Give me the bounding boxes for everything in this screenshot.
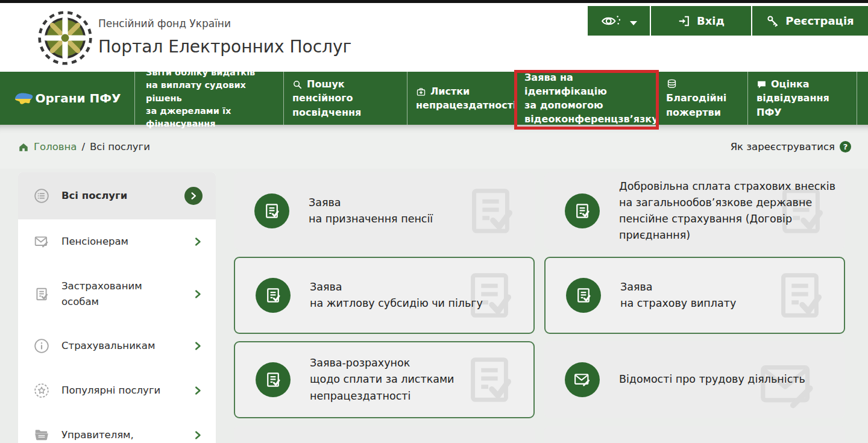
list-circle-icon — [34, 188, 49, 204]
nav-label: Оцінка відвідування ПФУ — [756, 78, 829, 118]
search-icon — [292, 80, 303, 90]
sidebar-item-vsi-poslugy[interactable]: Всі послуги — [18, 172, 216, 219]
question-circle-icon: ? — [840, 141, 851, 152]
sidebar-item-upravytelyam[interactable]: Управителям, об’єднанням, виконавцям ком… — [18, 413, 216, 443]
document-check-icon — [256, 362, 291, 397]
card-title: Заява на призначення пенсії — [309, 195, 433, 227]
chevron-right-icon — [193, 289, 203, 299]
chevron-right-circle-icon — [184, 187, 203, 205]
org-name: Пенсійний фонд України — [98, 17, 351, 30]
sidebar-item-label: Застрахованим особам — [61, 278, 181, 309]
sidebar-item-label: Пенсіонерам — [61, 234, 181, 250]
document-check-watermark-icon — [461, 351, 518, 408]
document-check-icon — [34, 286, 49, 302]
breadcrumb-bar: Головна / Всі послуги Як зареєструватися… — [0, 125, 868, 169]
header: Пенсійний фонд України Портал Електронни… — [0, 3, 868, 72]
help-label: Як зареєструватися — [731, 141, 835, 152]
brand-text: Пенсійний фонд України Портал Електронни… — [98, 17, 351, 57]
main-nav: Органи ПФУ Звіти обліку видатків на випл… — [0, 72, 868, 125]
main-content: Всі послуги Пенсіонерам Застрахованим ос… — [0, 169, 868, 443]
breadcrumb-separator: / — [81, 141, 85, 152]
envelope-pencil-icon — [34, 234, 49, 250]
home-icon — [18, 142, 29, 152]
card-zayava-pryznachennya-pensii[interactable]: Заява на призначення пенсії — [234, 172, 535, 250]
nav-label: Благодійні пожертви — [666, 92, 726, 118]
chevron-down-icon — [630, 21, 637, 25]
document-check-watermark-icon — [772, 267, 828, 324]
sidebar-item-label: Страхувальникам — [61, 338, 181, 354]
services-grid: Заява на призначення пенсії Добровільна … — [234, 172, 845, 443]
card-title: Заява на страхову виплату — [620, 279, 736, 312]
nav-label: Органи ПФУ — [35, 91, 121, 105]
sidebar-item-strahuvalnykam[interactable]: Страхувальникам — [18, 324, 216, 368]
breadcrumb-home-label: Головна — [34, 141, 77, 152]
chevron-right-icon — [193, 386, 203, 395]
nav-label: Звіти обліку видатків на виплату судових… — [146, 66, 275, 130]
card-partial[interactable] — [234, 426, 535, 443]
login-label: Вхід — [697, 14, 725, 27]
ukraine-map-icon — [13, 91, 35, 106]
breadcrumb-home-link[interactable]: Головна — [18, 141, 77, 152]
sidebar-item-populyarni-poslugy[interactable]: Популярні послуги — [18, 368, 216, 413]
sidebar-item-label: Всі послуги — [61, 188, 172, 204]
card-title: Заява на житлову субсидію чи пільгу — [310, 279, 483, 312]
page: Пенсійний фонд України Портал Електронни… — [0, 0, 868, 443]
nav-item-lystky-nepratsezdatnosti[interactable]: Листки непрацездатності — [407, 72, 515, 125]
nav-item-zayava-identyfikatsiya[interactable]: Заява на ідентифікацію за допомогою віде… — [515, 72, 657, 125]
chevron-right-icon — [193, 237, 203, 247]
breadcrumb: Головна / Всі послуги — [18, 141, 150, 152]
eye-icon — [601, 13, 621, 29]
card-title: Добровільна сплата страхових внесків на … — [619, 178, 835, 244]
card-zayava-subsydiya[interactable]: Заява на житлову субсидію чи пільгу — [234, 257, 535, 334]
medkit-icon — [416, 87, 426, 97]
nav-item-blahodiyni-pozhertvy[interactable]: Благодійні пожертви — [657, 72, 747, 125]
card-title: Заява-розрахунок щодо сплати за листками… — [310, 355, 454, 404]
topbar-buttons: Вхід Реєстрація — [588, 6, 868, 36]
document-check-icon — [565, 193, 600, 228]
sidebar-item-label: Управителям, об’єднанням, виконавцям ком… — [61, 427, 181, 443]
nav-item-organy-pfu[interactable]: Органи ПФУ — [0, 72, 134, 125]
sidebar: Всі послуги Пенсіонерам Застрахованим ос… — [18, 172, 216, 443]
card-partial[interactable] — [544, 426, 845, 443]
nav-label: Заява на ідентифікацію за допомогою віде… — [524, 71, 658, 127]
info-circle-icon — [34, 338, 49, 354]
card-zayava-rozrahunok[interactable]: Заява-розрахунок щодо сплати за листками… — [234, 341, 535, 418]
chevron-right-icon — [193, 430, 203, 440]
register-label: Реєстрація — [785, 14, 854, 27]
nav-item-poshuk-posvidchennya[interactable]: Пошук пенсійного посвідчення — [283, 72, 407, 125]
how-to-register-link[interactable]: Як зареєструватися ? — [731, 141, 851, 152]
star-badge-icon — [34, 383, 49, 398]
document-check-icon — [566, 278, 601, 313]
card-dobrovilna-splata[interactable]: Добровільна сплата страхових внесків на … — [544, 172, 845, 250]
nav-label: Пошук пенсійного посвідчення — [292, 78, 361, 118]
key-icon — [766, 14, 779, 28]
card-title: Відомості про трудову діяльність — [619, 371, 805, 388]
nav-item-zvity-obliku[interactable]: Звіти обліку видатків на виплату судових… — [134, 72, 283, 125]
nav-label: Листки непрацездатності — [416, 86, 517, 111]
login-button[interactable]: Вхід — [650, 6, 751, 36]
accessibility-button[interactable] — [588, 6, 650, 36]
nav-item-otsinka-vidviduvannya[interactable]: Оцінка відвідування ПФУ — [747, 72, 857, 125]
login-icon — [678, 14, 691, 28]
card-vidomosti-trudova[interactable]: Відомості про трудову діяльність — [544, 341, 845, 418]
sidebar-item-pensioneram[interactable]: Пенсіонерам — [18, 219, 216, 264]
nav-spacer — [857, 72, 868, 125]
chevron-right-icon — [193, 341, 203, 351]
document-check-icon — [254, 193, 289, 228]
breadcrumb-current: Всі послуги — [90, 141, 150, 152]
sidebar-item-label: Популярні послуги — [61, 383, 181, 398]
sidebar-item-zastrahovanym-osobam[interactable]: Застрахованим особам — [18, 264, 216, 324]
card-zayava-strahova-vyplata[interactable]: Заява на страхову виплату — [544, 257, 845, 334]
document-check-watermark-icon — [462, 183, 519, 239]
register-button[interactable]: Реєстрація — [751, 6, 868, 36]
coins-icon — [666, 78, 678, 90]
speech-bubble-icon — [756, 80, 767, 90]
document-check-icon — [256, 278, 291, 313]
page-title: Портал Електронних Послуг — [98, 37, 351, 57]
pension-fund-logo-icon — [37, 10, 93, 66]
envelope-pencil-icon — [565, 362, 600, 397]
folder-icon — [34, 427, 49, 443]
